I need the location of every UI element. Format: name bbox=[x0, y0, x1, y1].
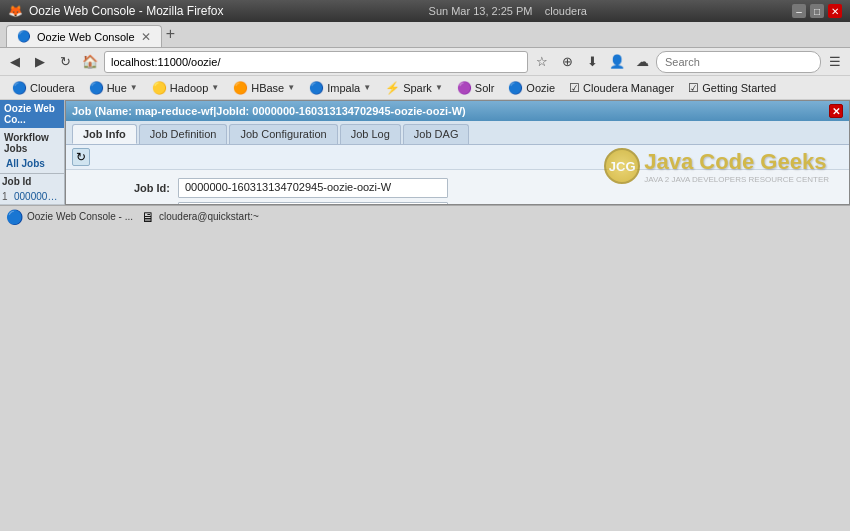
content-area: Oozie Web Co... Workflow Jobs All Jobs J… bbox=[0, 100, 850, 205]
sidebar: Oozie Web Co... Workflow Jobs All Jobs J… bbox=[0, 100, 65, 205]
bookmark-oozie-label: Oozie bbox=[526, 82, 555, 94]
tab-job-info[interactable]: Job Info bbox=[72, 124, 137, 144]
bookmark-cloudera[interactable]: 🔵 Cloudera bbox=[6, 79, 81, 97]
address-bar[interactable] bbox=[104, 51, 528, 73]
bookmark-impala-label: Impala bbox=[327, 82, 360, 94]
oozie-layout: Oozie Web Co... Workflow Jobs All Jobs J… bbox=[0, 100, 850, 205]
bookmarks-bar: 🔵 Cloudera 🔵 Hue ▼ 🟡 Hadoop ▼ 🟠 HBase ▼ … bbox=[0, 76, 850, 100]
bookmark-getting-started[interactable]: ☑ Getting Started bbox=[682, 79, 782, 97]
status-terminal-icon: 🖥 bbox=[141, 209, 155, 225]
job-info-panel: Job Id: 0000000-160313134702945-oozie-oo… bbox=[66, 170, 849, 204]
tab-job-definition[interactable]: Job Definition bbox=[139, 124, 228, 144]
firefox-icon: 🦊 bbox=[8, 4, 23, 18]
job-row-id[interactable]: 0000000-160... bbox=[14, 191, 62, 202]
minimize-button[interactable]: – bbox=[792, 4, 806, 18]
sync-button[interactable]: ☁ bbox=[631, 51, 653, 73]
impala-dropdown-icon: ▼ bbox=[363, 83, 371, 92]
bookmark-hue-label: Hue bbox=[107, 82, 127, 94]
sidebar-title: Oozie Web Co... bbox=[0, 100, 64, 128]
bookmark-cloudera-manager[interactable]: ☑ Cloudera Manager bbox=[563, 79, 680, 97]
job-id-value: 0000000-160313134702945-oozie-oozi-W bbox=[178, 178, 448, 198]
popup-toolbar: ↻ bbox=[66, 145, 849, 170]
browser-tab-oozie[interactable]: 🔵 Oozie Web Console ✕ bbox=[6, 25, 162, 47]
nav-bar: ◀ ▶ ↻ 🏠 ☆ ⊕ ⬇ 👤 ☁ ☰ bbox=[0, 48, 850, 76]
window-title: Oozie Web Console - Mozilla Firefox bbox=[29, 4, 224, 18]
window-controls: – □ ✕ bbox=[792, 4, 842, 18]
profile-button[interactable]: 👤 bbox=[606, 51, 628, 73]
hadoop-icon: 🟡 bbox=[152, 81, 167, 95]
popup-title: Job (Name: map-reduce-wf|JobId: 0000000-… bbox=[72, 105, 466, 117]
tab-close-button[interactable]: ✕ bbox=[141, 30, 151, 44]
bookmark-hadoop-label: Hadoop bbox=[170, 82, 209, 94]
title-bar-left: 🦊 Oozie Web Console - Mozilla Firefox bbox=[8, 4, 224, 18]
name-value: map-reduce-wf bbox=[178, 202, 448, 204]
bookmark-solr[interactable]: 🟣 Solr bbox=[451, 79, 501, 97]
home-button[interactable]: 🏠 bbox=[79, 51, 101, 73]
download-button[interactable]: ⬇ bbox=[581, 51, 603, 73]
job-id-header: Job Id bbox=[0, 173, 64, 189]
hbase-dropdown-icon: ▼ bbox=[287, 83, 295, 92]
forward-button[interactable]: ▶ bbox=[29, 51, 51, 73]
job-row-num: 1 bbox=[2, 191, 14, 202]
search-input[interactable] bbox=[656, 51, 821, 73]
new-tab-button[interactable]: + bbox=[166, 25, 175, 47]
gs-check-icon: ☑ bbox=[688, 81, 699, 95]
bookmark-list-button[interactable]: ⊕ bbox=[556, 51, 578, 73]
tab-job-log[interactable]: Job Log bbox=[340, 124, 401, 144]
solr-icon: 🟣 bbox=[457, 81, 472, 95]
job-id-row: Job Id: 0000000-160313134702945-oozie-oo… bbox=[78, 178, 837, 198]
job-id-label: Job Id: bbox=[78, 182, 178, 194]
bookmark-hue[interactable]: 🔵 Hue ▼ bbox=[83, 79, 144, 97]
tab-favicon: 🔵 bbox=[17, 30, 31, 43]
hue-icon: 🔵 bbox=[89, 81, 104, 95]
hue-dropdown-icon: ▼ bbox=[130, 83, 138, 92]
oozie-icon: 🔵 bbox=[508, 81, 523, 95]
bookmark-impala[interactable]: 🔵 Impala ▼ bbox=[303, 79, 377, 97]
status-item-oozie[interactable]: 🔵 Oozie Web Console - ... bbox=[6, 209, 133, 225]
bookmark-cm-label: Cloudera Manager bbox=[583, 82, 674, 94]
tab-job-configuration[interactable]: Job Configuration bbox=[229, 124, 337, 144]
workflow-jobs-section: Workflow Jobs bbox=[0, 128, 64, 156]
popup-tabs: Job Info Job Definition Job Configuratio… bbox=[66, 121, 849, 145]
reload-button[interactable]: ↻ bbox=[54, 51, 76, 73]
sidebar-item-all-jobs[interactable]: All Jobs bbox=[0, 156, 64, 171]
spark-dropdown-icon: ▼ bbox=[435, 83, 443, 92]
bookmark-spark[interactable]: ⚡ Spark ▼ bbox=[379, 79, 449, 97]
status-oozie-icon: 🔵 bbox=[6, 209, 23, 225]
bookmark-spark-label: Spark bbox=[403, 82, 432, 94]
back-button[interactable]: ◀ bbox=[4, 51, 26, 73]
refresh-button[interactable]: ↻ bbox=[72, 148, 90, 166]
datetime-user: Sun Mar 13, 2:25 PM cloudera bbox=[429, 5, 587, 17]
menu-button[interactable]: ☰ bbox=[824, 51, 846, 73]
bookmark-hbase[interactable]: 🟠 HBase ▼ bbox=[227, 79, 301, 97]
hbase-icon: 🟠 bbox=[233, 81, 248, 95]
bookmark-oozie[interactable]: 🔵 Oozie bbox=[502, 79, 561, 97]
hadoop-dropdown-icon: ▼ bbox=[211, 83, 219, 92]
name-row: Name: map-reduce-wf bbox=[78, 202, 837, 204]
tab-job-dag[interactable]: Job DAG bbox=[403, 124, 470, 144]
maximize-button[interactable]: □ bbox=[810, 4, 824, 18]
bookmark-gs-label: Getting Started bbox=[702, 82, 776, 94]
status-bar: 🔵 Oozie Web Console - ... 🖥 cloudera@qui… bbox=[0, 205, 850, 227]
popup-close-button[interactable]: ✕ bbox=[829, 104, 843, 118]
job-row: 1 0000000-160... bbox=[0, 189, 64, 205]
cm-check-icon: ☑ bbox=[569, 81, 580, 95]
bookmark-hadoop[interactable]: 🟡 Hadoop ▼ bbox=[146, 79, 225, 97]
spark-icon: ⚡ bbox=[385, 81, 400, 95]
bookmark-star-button[interactable]: ☆ bbox=[531, 51, 553, 73]
main-panel: [4.1.0-cdh5.5.0] Job (Name: map-reduce-w… bbox=[65, 100, 850, 205]
tab-label: Oozie Web Console bbox=[37, 31, 135, 43]
impala-icon: 🔵 bbox=[309, 81, 324, 95]
bookmark-cloudera-label: Cloudera bbox=[30, 82, 75, 94]
tab-bar: 🔵 Oozie Web Console ✕ + bbox=[0, 22, 850, 48]
bookmark-hbase-label: HBase bbox=[251, 82, 284, 94]
job-popup: Job (Name: map-reduce-wf|JobId: 0000000-… bbox=[65, 100, 850, 205]
status-oozie-label: Oozie Web Console - ... bbox=[27, 211, 133, 222]
status-terminal-label: cloudera@quickstart:~ bbox=[159, 211, 259, 222]
close-button[interactable]: ✕ bbox=[828, 4, 842, 18]
cloudera-icon: 🔵 bbox=[12, 81, 27, 95]
bookmark-solr-label: Solr bbox=[475, 82, 495, 94]
status-item-terminal[interactable]: 🖥 cloudera@quickstart:~ bbox=[141, 209, 259, 225]
popup-header: Job (Name: map-reduce-wf|JobId: 0000000-… bbox=[66, 101, 849, 121]
title-bar: 🦊 Oozie Web Console - Mozilla Firefox Su… bbox=[0, 0, 850, 22]
